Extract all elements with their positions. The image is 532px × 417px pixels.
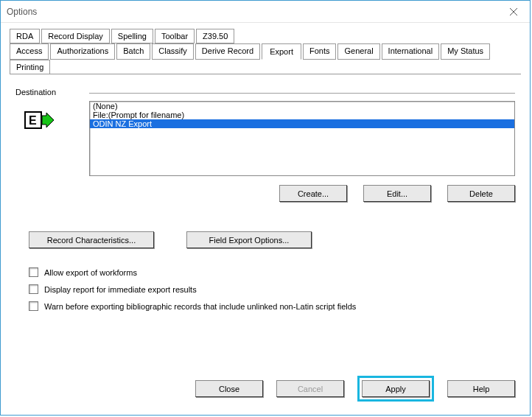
destination-separator — [89, 93, 515, 94]
tab-toolbar[interactable]: Toolbar — [155, 29, 195, 43]
tab-rda[interactable]: RDA — [10, 29, 40, 43]
checkbox-icon — [29, 267, 38, 277]
edit-button[interactable]: Edit... — [363, 185, 431, 202]
allow-export-workforms-checkbox[interactable]: Allow export of workforms — [29, 267, 515, 277]
window-title: Options — [7, 7, 37, 17]
export-icon: E — [24, 111, 89, 129]
tab-printing[interactable]: Printing — [10, 60, 50, 74]
destination-listbox[interactable]: (None) File:(Prompt for filename) ODIN N… — [89, 101, 515, 176]
export-icon-area: E — [15, 101, 89, 202]
tab-general[interactable]: General — [337, 43, 379, 60]
checkbox-label: Warn before exporting bibliographic reco… — [44, 302, 356, 311]
delete-button[interactable]: Delete — [447, 185, 515, 202]
checkbox-group: Allow export of workforms Display report… — [15, 267, 515, 311]
tab-international[interactable]: International — [382, 43, 440, 60]
tab-batch[interactable]: Batch — [116, 43, 150, 60]
tab-my-status[interactable]: My Status — [441, 43, 490, 60]
tab-access[interactable]: Access — [10, 43, 49, 60]
create-button[interactable]: Create... — [279, 185, 347, 202]
tabs-container: RDA Record Display Spelling Toolbar Z39.… — [1, 23, 530, 74]
warn-unlinked-nonlatin-checkbox[interactable]: Warn before exporting bibliographic reco… — [29, 301, 515, 311]
destination-buttons: Create... Edit... Delete — [89, 185, 515, 202]
tab-derive-record[interactable]: Derive Record — [195, 43, 260, 60]
tab-row-2: Access Authorizations Batch Classify Der… — [10, 43, 521, 74]
tab-z3950[interactable]: Z39.50 — [196, 29, 234, 43]
apply-button[interactable]: Apply — [362, 380, 430, 397]
destination-item-none[interactable]: (None) — [90, 102, 514, 111]
tab-spelling[interactable]: Spelling — [111, 29, 153, 43]
tab-authorizations[interactable]: Authorizations — [50, 43, 115, 60]
close-icon — [510, 8, 517, 15]
display-report-immediate-checkbox[interactable]: Display report for immediate export resu… — [29, 284, 515, 294]
checkbox-label: Allow export of workforms — [44, 268, 137, 277]
checkbox-label: Display report for immediate export resu… — [44, 285, 197, 294]
tab-export[interactable]: Export — [262, 43, 301, 60]
record-characteristics-button[interactable]: Record Characteristics... — [29, 231, 154, 248]
export-panel: Destination E (None) File:(Prompt for fi… — [1, 74, 530, 311]
tab-fonts[interactable]: Fonts — [303, 43, 337, 60]
options-dialog: Options RDA Record Display Spelling Tool… — [0, 0, 531, 416]
cancel-button: Cancel — [276, 380, 344, 397]
tab-row-1: RDA Record Display Spelling Toolbar Z39.… — [10, 29, 521, 43]
title-bar: Options — [1, 1, 530, 23]
checkbox-icon — [29, 301, 38, 311]
tab-record-display[interactable]: Record Display — [41, 29, 110, 43]
help-button[interactable]: Help — [447, 380, 515, 397]
destination-item-odin-nz[interactable]: ODIN NZ Export — [90, 119, 514, 128]
svg-marker-4 — [42, 113, 54, 127]
apply-highlight: Apply — [357, 376, 434, 402]
main-buttons: Record Characteristics... Field Export O… — [15, 231, 515, 248]
dialog-buttons: Close Cancel Apply Help — [195, 376, 515, 402]
close-button[interactable]: Close — [195, 380, 263, 397]
close-window-button[interactable] — [497, 1, 530, 22]
destination-item-file-prompt[interactable]: File:(Prompt for filename) — [90, 111, 514, 119]
tab-classify[interactable]: Classify — [152, 43, 194, 60]
field-export-options-button[interactable]: Field Export Options... — [186, 231, 312, 248]
destination-label: Destination — [15, 88, 89, 97]
checkbox-icon — [29, 284, 38, 294]
svg-text:E: E — [29, 114, 37, 127]
